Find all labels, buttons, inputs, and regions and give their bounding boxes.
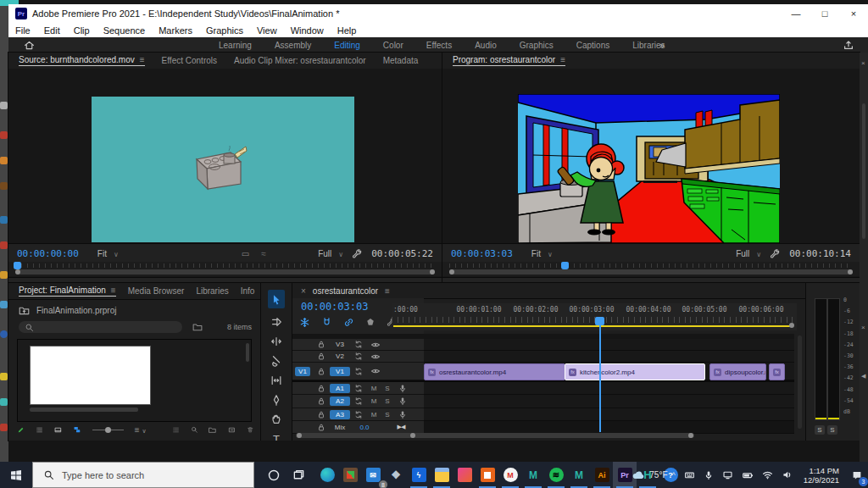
program-resolution-select[interactable]: Full∨ [736,249,761,258]
program-scrollbar[interactable] [449,269,853,274]
taskbar-gmail-chrome[interactable]: M [498,462,522,488]
solo-button[interactable]: S [381,411,394,419]
scroll-handle-mid[interactable] [410,433,415,438]
taskbar-edge[interactable] [315,462,339,488]
menu-file[interactable]: File [8,25,37,36]
track-lane-a1[interactable] [424,382,794,395]
mute-button[interactable]: M [367,411,381,419]
solo-right-button[interactable]: S [827,425,837,435]
slip-tool[interactable] [270,374,282,386]
tab-audio-clip-mixer[interactable]: Audio Clip Mixer: osrestaurantcolor [234,56,366,65]
menu-clip[interactable]: Clip [67,25,97,36]
tab-info[interactable]: Info [241,286,255,296]
sequence-tab[interactable]: osrestaurantcolor [313,286,378,296]
lock-icon[interactable] [313,396,330,406]
source-timecode[interactable]: 00:00:00:00 [17,248,79,259]
workspace-color[interactable]: Color [383,41,403,50]
touch-keyboard-icon[interactable] [684,469,695,480]
search-input[interactable] [19,321,182,333]
sync-lock-icon[interactable] [350,410,367,419]
delete-icon[interactable] [247,424,253,435]
tab-media-browser[interactable]: Media Browser [128,286,185,296]
taskbar-search[interactable]: Type here to search [32,462,254,488]
panel-menu-icon[interactable]: ≡ [140,55,145,64]
freeform-view-icon[interactable] [73,424,81,435]
scroll-handle-right[interactable] [688,433,693,438]
scroll-handle-left[interactable] [15,269,20,274]
drag-video-icon[interactable]: ▭ [242,249,249,258]
clock[interactable]: 1:14 PM 12/9/2021 [804,466,839,485]
clip-thumbnail[interactable] [30,346,151,405]
menu-window[interactable]: Window [284,25,331,36]
scroll-handle-left[interactable] [449,269,454,274]
lock-icon[interactable] [313,423,330,432]
minimize-button[interactable]: — [782,8,810,19]
taskbar-file-explorer[interactable] [430,462,453,488]
timeline-ruler[interactable]: :00:00 00:00:01:00 00:00:02:00 00:00:03:… [392,303,797,330]
wifi-icon[interactable] [762,469,773,480]
menu-view[interactable]: View [250,25,284,36]
razor-tool[interactable] [270,355,282,367]
display-cast-icon[interactable] [722,469,733,480]
snap-icon[interactable] [321,317,332,328]
solo-button[interactable]: S [381,397,394,405]
work-area-end-handle[interactable] [789,323,794,328]
track-label[interactable]: V2 [330,352,350,360]
track-target-a3[interactable]: A3 [330,410,350,419]
sync-lock-icon[interactable] [350,352,367,361]
workspace-overflow-button[interactable]: » [659,40,665,50]
source-scrollbar[interactable] [15,269,435,274]
menu-graphics[interactable]: Graphics [199,25,250,36]
workspace-captions[interactable]: Captions [576,41,609,50]
search-bin-icon[interactable] [192,322,203,332]
drag-audio-icon[interactable]: ≈ [261,249,266,258]
program-scrub-area[interactable] [442,262,860,276]
new-bin-icon[interactable] [209,424,216,435]
lock-icon[interactable] [313,410,330,419]
tab-source[interactable]: Source: burnthandcolored.mov≡ [19,55,145,66]
lock-icon[interactable] [313,384,330,393]
source-playhead[interactable] [14,262,21,269]
sync-lock-icon[interactable] [350,384,367,393]
workspace-assembly[interactable]: Assembly [275,41,311,50]
timeline-clip-selected[interactable]: fx kitchencolor2.mp4 [565,363,705,380]
track-label[interactable]: V3 [330,341,350,348]
voiceover-mic-icon[interactable] [394,384,411,393]
tab-metadata[interactable]: Metadata [383,56,419,65]
track-select-tool[interactable] [270,316,282,328]
tab-effect-controls[interactable]: Effect Controls [162,56,217,65]
solo-left-button[interactable]: S [815,425,825,435]
scroll-handle-right[interactable] [848,269,853,274]
sort-icon[interactable]: ≡∨ [135,425,147,435]
workspace-learning[interactable]: Learning [219,41,252,50]
bin-vscrollbar[interactable] [246,343,249,362]
solo-button[interactable]: S [381,385,394,392]
work-area-bar[interactable] [393,325,792,327]
track-lane-a2[interactable] [424,395,794,408]
track-lane-a3[interactable] [424,408,794,421]
menu-edit[interactable]: Edit [37,25,67,36]
volume-icon[interactable] [782,469,793,480]
source-scrub-area[interactable] [8,262,442,276]
track-visibility-eye-icon[interactable] [367,352,384,362]
tray-expand-chevron[interactable]: ^ [672,471,676,480]
taskbar-m-app[interactable]: M [521,462,545,488]
nest-sequences-icon[interactable] [299,317,310,328]
sync-lock-icon[interactable] [350,340,367,349]
panel-menu-icon[interactable]: ≡ [560,55,565,64]
bin-scrollbar[interactable] [30,408,138,412]
selection-tool[interactable] [268,290,285,308]
close-button[interactable]: × [839,8,868,19]
workspace-graphics[interactable]: Graphics [520,41,554,50]
lock-icon[interactable] [313,352,330,361]
taskbar-lightning-app[interactable]: ϟ [407,462,431,488]
track-target-a2[interactable]: A2 [330,396,350,406]
export-icon[interactable] [843,39,854,51]
tab-program[interactable]: Program: osrestaurantcolor≡ [453,55,565,66]
zoom-slider[interactable] [92,427,123,433]
microphone-icon[interactable] [704,470,714,480]
track-lane-v1[interactable]: fx osrestaurantcolor.mp4 fx kitchencolor… [424,363,794,380]
writable-pencil-icon[interactable] [17,424,25,435]
battery-icon[interactable] [742,469,754,481]
track-lane-v3[interactable] [424,339,794,351]
